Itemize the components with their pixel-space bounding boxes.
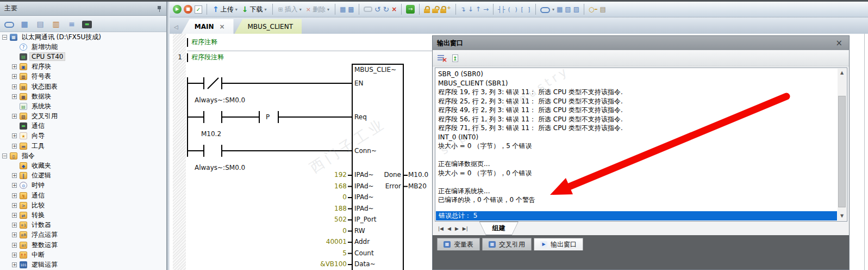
expand-icon[interactable]: +	[12, 253, 17, 257]
tree-item-2[interactable]: ▤CPU ST40	[1, 52, 166, 62]
expand-icon[interactable]: +	[12, 203, 17, 208]
tree-item-21[interactable]: +±I整数运算	[1, 240, 166, 250]
tree-item-10[interactable]: +★向导	[1, 131, 166, 141]
expand-icon[interactable]: +	[12, 173, 17, 178]
expand-icon[interactable]: +	[12, 213, 17, 218]
close-icon[interactable]: ×	[833, 38, 845, 48]
tree-item-5[interactable]: +▤状态图表	[1, 82, 166, 91]
scrollbar-thumb[interactable]	[838, 96, 846, 207]
contact-label[interactable]: M10.2	[201, 130, 221, 138]
tree-item-18[interactable]: +⇄转换	[1, 210, 166, 220]
nav-first-icon[interactable]: |◀	[438, 226, 444, 231]
document-icon[interactable]: ▤	[35, 19, 46, 29]
dock-tab-输出窗口[interactable]: ▶输出窗口	[534, 238, 583, 250]
chevron-down-icon[interactable]: ▾	[552, 7, 554, 12]
expand-icon[interactable]: +	[12, 243, 17, 248]
expand-icon[interactable]: +	[12, 64, 17, 69]
tag-icon[interactable]	[4, 22, 14, 28]
chevron-down-icon[interactable]: ▾	[264, 7, 266, 12]
close-icon[interactable]: ×	[219, 23, 224, 30]
expand-icon[interactable]: +	[12, 262, 17, 267]
output-line[interactable]: 已编译的块，0 个错误，0 个警告	[438, 195, 836, 205]
box-icon[interactable]: [ ]	[520, 6, 531, 13]
expand-icon[interactable]: +	[12, 193, 17, 198]
key-icon[interactable]: ○–	[589, 5, 597, 13]
line-down-icon[interactable]: ↓	[468, 5, 473, 13]
tree-item-13[interactable]: ◆收藏夹	[1, 161, 166, 170]
expand-icon[interactable]: +	[12, 223, 17, 228]
output-line[interactable]: SBR_0 (SBR0)	[438, 70, 836, 79]
stop-icon[interactable]: ■	[184, 5, 192, 14]
coil-icon[interactable]: ( )	[507, 6, 518, 13]
run-icon[interactable]: ▶	[173, 5, 182, 14]
tab-main[interactable]: MAIN ×	[182, 19, 234, 34]
table-icon[interactable]: ▦	[557, 5, 563, 13]
tree-item-11[interactable]: +▬工具	[1, 141, 166, 151]
nav-last-icon[interactable]: ▶|	[463, 226, 468, 231]
output-line[interactable]: 程序段 56, 行 1, 列 3: 错误 11： 所选 CPU 类型不支持该指令…	[438, 115, 836, 124]
edge-contact-label[interactable]: P	[266, 113, 270, 121]
clear-output-icon[interactable]: ×	[438, 54, 447, 62]
block-input-value[interactable]: 502	[298, 216, 347, 223]
output-window-titlebar[interactable]: 输出窗口 ×	[433, 36, 849, 50]
line-up-icon[interactable]: ↑	[476, 5, 481, 13]
expand-icon[interactable]: +	[12, 232, 17, 237]
expand-icon[interactable]: +	[12, 144, 17, 149]
nav-next-icon[interactable]: ▶	[455, 226, 459, 231]
expand-icon[interactable]: +	[12, 133, 17, 138]
tree-item-6[interactable]: +▦数据块	[1, 91, 166, 101]
pin-icon[interactable]	[157, 5, 162, 12]
expand-icon[interactable]: +	[12, 74, 17, 79]
block-name[interactable]: MBUS_CLIE~	[354, 66, 396, 73]
lock-icon[interactable]	[424, 9, 430, 13]
tree-item-16[interactable]: +↯通信	[1, 191, 166, 200]
output-line[interactable]: 程序段 19, 行 3, 列 3: 错误 11： 所选 CPU 类型不支持该指令…	[438, 88, 836, 97]
export-output-icon[interactable]: ↥	[452, 54, 458, 62]
contact-label[interactable]: Always~:SM0.0	[195, 164, 245, 171]
block-input-value[interactable]: 188	[298, 205, 347, 212]
expand-icon[interactable]: +	[12, 94, 17, 99]
monitor-icon[interactable]: ▬	[82, 21, 92, 28]
tree-item-23[interactable]: +101逻辑运算	[1, 260, 166, 269]
lock-add-icon[interactable]	[440, 9, 446, 13]
nav-prev-icon[interactable]: ◀	[447, 226, 451, 231]
tab-scroll-left-icon[interactable]: ◁	[174, 24, 178, 30]
output-content[interactable]: SBR_0 (SBR0)MBUS_CLIENT (SBR1)程序段 19, 行 …	[435, 68, 847, 222]
grid-icon[interactable]: ▦	[19, 19, 30, 29]
tree-item-15[interactable]: +⊙时钟	[1, 181, 166, 191]
collapse-icon[interactable]: −	[2, 35, 7, 40]
block-output-value[interactable]: M10.0	[408, 171, 428, 179]
panel-splitter[interactable]	[166, 2, 170, 270]
download-button[interactable]: ↓ 下载 ▾	[241, 5, 268, 14]
output-line[interactable]: INT_0 (INT0)	[438, 133, 836, 142]
tree-item-3[interactable]: +▣程序块	[1, 62, 166, 72]
build-tab[interactable]: 组建	[479, 222, 519, 235]
tree-item-1[interactable]: ?新增功能	[1, 42, 166, 52]
output-line[interactable]: 程序段 25, 行 2, 列 3: 错误 11： 所选 CPU 类型不支持该指令…	[438, 97, 836, 106]
delete-button[interactable]: × 删除 ▾	[305, 5, 330, 14]
output-line[interactable]: 块大小 = 0 （字节），5 个错误	[438, 142, 836, 151]
list-icon[interactable]: ≡	[66, 19, 77, 29]
output-line[interactable]: 程序段 49, 行 2, 列 3: 错误 11： 所选 CPU 类型不支持该指令…	[438, 106, 836, 115]
scroll-down-icon[interactable]: ▼	[838, 212, 846, 220]
selection-box-icon[interactable]	[364, 7, 372, 12]
expand-icon[interactable]: +	[12, 114, 17, 119]
tree-item-8[interactable]: +▧交叉引用	[1, 112, 166, 121]
interrupt-routine-icon[interactable]: ▩	[348, 5, 354, 13]
output-line[interactable]: 块大小 = 0 （字节），0 个错误	[438, 169, 836, 178]
subroutine-icon[interactable]: ▦	[340, 5, 346, 13]
expand-icon[interactable]: +	[12, 84, 17, 89]
redo-icon[interactable]: ↻	[383, 5, 389, 14]
address-tag-icon[interactable]	[540, 7, 550, 13]
output-line[interactable]	[438, 151, 836, 160]
tree-item-19[interactable]: ++1计数器	[1, 220, 166, 230]
tree-item-12[interactable]: −▯指令	[1, 151, 166, 161]
tree-item-20[interactable]: +±R浮点运算	[1, 230, 166, 240]
error-total-row[interactable]: 错误总计： 5	[436, 211, 837, 220]
block-input-value[interactable]: 0	[298, 193, 347, 201]
scroll-up-icon[interactable]: ▲	[838, 69, 846, 77]
block-input-value[interactable]: 168	[298, 182, 347, 190]
line-right-icon[interactable]: →	[483, 5, 489, 13]
output-line[interactable]: MBUS_CLIENT (SBR1)	[438, 79, 836, 88]
expand-icon[interactable]: +	[12, 183, 17, 188]
